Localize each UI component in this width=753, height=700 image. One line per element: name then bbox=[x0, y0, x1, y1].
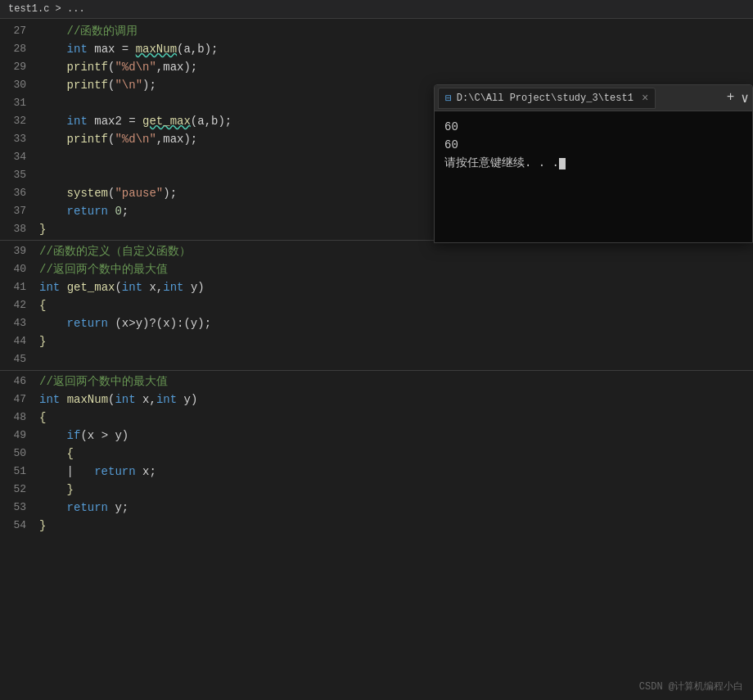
code-line: 42{ bbox=[0, 296, 753, 314]
line-number: 44 bbox=[0, 332, 39, 350]
line-number: 33 bbox=[0, 130, 39, 148]
more-terminals-button[interactable]: ∨ bbox=[741, 90, 749, 106]
line-number: 39 bbox=[0, 242, 39, 260]
line-number: 28 bbox=[0, 40, 39, 58]
code-line: 52 } bbox=[0, 481, 753, 499]
terminal-body: 6060请按任意键继续. . . bbox=[435, 111, 752, 242]
code-line: 49 if(x > y) bbox=[0, 427, 753, 445]
line-content: { bbox=[39, 445, 753, 463]
line-content: | return x; bbox=[39, 463, 753, 481]
line-content: int max = maxNum(a,b); bbox=[39, 40, 753, 58]
terminal-output-line: 60 bbox=[444, 136, 742, 154]
terminal-tab-label: D:\C\All Project\study_3\test1 bbox=[457, 93, 634, 104]
line-content: printf("%d\n",max); bbox=[39, 58, 753, 76]
terminal-tab[interactable]: ⊟ D:\C\All Project\study_3\test1 × bbox=[438, 88, 656, 109]
code-line: 46//返回两个数中的最大值 bbox=[0, 373, 753, 391]
line-content: } bbox=[39, 517, 753, 535]
line-number: 48 bbox=[0, 409, 39, 427]
line-number: 45 bbox=[0, 350, 39, 368]
code-line: 44} bbox=[0, 332, 753, 350]
line-number: 47 bbox=[0, 391, 39, 409]
line-content: { bbox=[39, 409, 753, 427]
line-number: 31 bbox=[0, 94, 39, 112]
add-terminal-button[interactable]: + bbox=[727, 90, 735, 106]
line-content: if(x > y) bbox=[39, 427, 753, 445]
terminal-close-button[interactable]: × bbox=[642, 92, 648, 105]
line-number: 41 bbox=[0, 278, 39, 296]
top-bar: test1.c > ... bbox=[0, 0, 753, 19]
line-content: return y; bbox=[39, 499, 753, 517]
line-number: 49 bbox=[0, 427, 39, 445]
line-number: 53 bbox=[0, 499, 39, 517]
code-line: 51 | return x; bbox=[0, 463, 753, 481]
line-number: 43 bbox=[0, 314, 39, 332]
code-line: 40//返回两个数中的最大值 bbox=[0, 260, 753, 278]
line-number: 35 bbox=[0, 166, 39, 184]
line-number: 51 bbox=[0, 463, 39, 481]
code-line: 39//函数的定义（自定义函数） bbox=[0, 242, 753, 260]
line-number: 46 bbox=[0, 373, 39, 391]
line-number: 54 bbox=[0, 517, 39, 535]
code-line: 28 int max = maxNum(a,b); bbox=[0, 40, 753, 58]
line-number: 30 bbox=[0, 76, 39, 94]
line-number: 50 bbox=[0, 445, 39, 463]
line-content: int get_max(int x,int y) bbox=[39, 278, 753, 296]
line-number: 32 bbox=[0, 112, 39, 130]
line-content: int maxNum(int x,int y) bbox=[39, 391, 753, 409]
code-line: 45 bbox=[0, 350, 753, 368]
line-number: 52 bbox=[0, 481, 39, 499]
terminal-output-line: 60 bbox=[444, 118, 742, 136]
code-line: 50 { bbox=[0, 445, 753, 463]
line-number: 29 bbox=[0, 58, 39, 76]
line-number: 42 bbox=[0, 296, 39, 314]
code-line: 54} bbox=[0, 517, 753, 535]
code-editor: 27 //函数的调用28 int max = maxNum(a,b);29 pr… bbox=[0, 19, 753, 700]
code-line: 41int get_max(int x,int y) bbox=[0, 278, 753, 296]
breadcrumb: test1.c > ... bbox=[8, 3, 85, 15]
code-line: 29 printf("%d\n",max); bbox=[0, 58, 753, 76]
line-content: //返回两个数中的最大值 bbox=[39, 260, 753, 278]
line-content: } bbox=[39, 481, 753, 499]
line-number: 38 bbox=[0, 220, 39, 238]
terminal-panel: ⊟ D:\C\All Project\study_3\test1 × + ∨ 6… bbox=[434, 84, 753, 243]
terminal-tab-bar: ⊟ D:\C\All Project\study_3\test1 × + ∨ bbox=[435, 85, 752, 111]
terminal-cursor bbox=[559, 158, 566, 169]
code-line: 47int maxNum(int x,int y) bbox=[0, 391, 753, 409]
code-line: 53 return y; bbox=[0, 499, 753, 517]
terminal-icon: ⊟ bbox=[445, 92, 452, 105]
line-content: //返回两个数中的最大值 bbox=[39, 373, 753, 391]
line-content: return (x>y)?(x):(y); bbox=[39, 314, 753, 332]
line-content: //函数的定义（自定义函数） bbox=[39, 242, 753, 260]
terminal-output-line: 请按任意键继续. . . bbox=[444, 154, 742, 172]
line-content: } bbox=[39, 332, 753, 350]
line-content: { bbox=[39, 296, 753, 314]
code-line: 48{ bbox=[0, 409, 753, 427]
line-content: //函数的调用 bbox=[39, 22, 753, 40]
line-number: 34 bbox=[0, 148, 39, 166]
watermark: CSDN @计算机编程小白 bbox=[639, 680, 743, 693]
line-number: 36 bbox=[0, 184, 39, 202]
code-line: 43 return (x>y)?(x):(y); bbox=[0, 314, 753, 332]
code-line: 27 //函数的调用 bbox=[0, 22, 753, 40]
line-number: 37 bbox=[0, 202, 39, 220]
terminal-tab-actions: + ∨ bbox=[727, 90, 749, 106]
line-number: 40 bbox=[0, 260, 39, 278]
line-number: 27 bbox=[0, 22, 39, 40]
